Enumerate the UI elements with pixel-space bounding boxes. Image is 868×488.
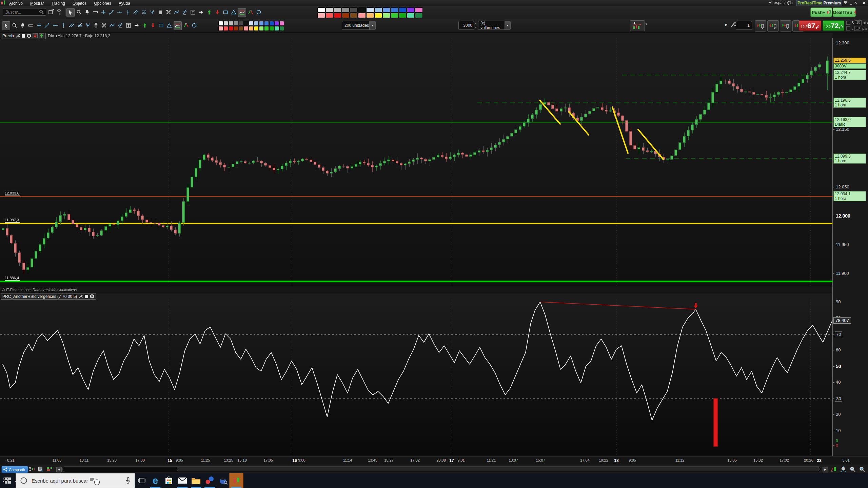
- add-indicator-button[interactable]: [630, 20, 645, 31]
- sell-arrow-icon[interactable]: [33, 33, 38, 38]
- price-axis[interactable]: 12.30012.15012.05012.00011.95011.90012.2…: [832, 38, 868, 456]
- color-swatch[interactable]: [249, 26, 254, 31]
- chevron-down-icon[interactable]: ▼: [645, 23, 648, 26]
- text-tool-icon[interactable]: [189, 8, 197, 16]
- color-swatch[interactable]: [358, 7, 366, 13]
- pitchfork-tool-icon[interactable]: [149, 8, 156, 16]
- color-swatch[interactable]: [399, 7, 407, 13]
- parallel-lines-tool-icon[interactable]: [181, 8, 189, 16]
- color-swatch[interactable]: [234, 26, 238, 31]
- color-swatch[interactable]: [279, 26, 284, 31]
- rectangle-tool-icon[interactable]: [157, 21, 165, 29]
- alert-bell-tool-icon[interactable]: [83, 8, 91, 16]
- store-icon[interactable]: [162, 473, 176, 488]
- color-swatch[interactable]: [274, 26, 279, 31]
- color-swatch[interactable]: [391, 7, 398, 13]
- rectangle-tool-icon[interactable]: [222, 8, 229, 16]
- limit-checkbox[interactable]: [846, 26, 850, 30]
- arrow-down-tool-icon[interactable]: [149, 21, 157, 29]
- color-swatch[interactable]: [229, 26, 233, 31]
- crosshair-tool-icon[interactable]: [35, 21, 43, 29]
- close-order-button[interactable]: [755, 20, 766, 32]
- color-swatch[interactable]: [218, 21, 223, 26]
- color-swatch[interactable]: [317, 7, 325, 13]
- close-icon[interactable]: [27, 34, 31, 38]
- crosshair-tool-icon[interactable]: [100, 8, 107, 16]
- positions-icon[interactable]: [46, 466, 52, 472]
- color-swatch[interactable]: [274, 21, 279, 26]
- color-swatch[interactable]: [269, 26, 274, 31]
- color-swatch[interactable]: [223, 21, 228, 26]
- time-axis[interactable]: 8:2111:0313:1115:2817:00159:0511:2513:25…: [0, 456, 868, 465]
- trader-profile-icon[interactable]: [28, 466, 35, 472]
- campus-app-icon[interactable]: [216, 473, 230, 488]
- color-swatch[interactable]: [374, 7, 382, 13]
- horizontal-scrollbar[interactable]: [62, 466, 821, 472]
- channel-tool-icon[interactable]: [132, 8, 140, 16]
- color-swatch[interactable]: [391, 13, 398, 18]
- close-icon[interactable]: [90, 294, 94, 299]
- color-swatch[interactable]: [407, 13, 415, 18]
- modify-order-button[interactable]: [767, 20, 779, 32]
- settings-tools-tool-icon[interactable]: [165, 8, 172, 16]
- color-swatch[interactable]: [382, 13, 390, 18]
- quantity-stepper[interactable]: ▲▼: [474, 21, 477, 29]
- arrow-up-tool-icon[interactable]: [141, 21, 149, 29]
- color-swatch[interactable]: [259, 21, 264, 26]
- arrow-up-tool-icon[interactable]: [205, 8, 213, 16]
- color-swatch[interactable]: [239, 21, 243, 26]
- stop-checkbox[interactable]: [846, 21, 850, 25]
- sell-price-button[interactable]: 12.267,0: [799, 20, 821, 31]
- color-swatch[interactable]: [374, 13, 382, 18]
- candle-settings-icon[interactable]: [830, 466, 836, 472]
- ellipse-tool-icon[interactable]: [191, 21, 198, 29]
- color-swatch[interactable]: [366, 13, 374, 18]
- close-window-icon[interactable]: ✕: [862, 0, 867, 5]
- pin-icon[interactable]: [843, 0, 848, 5]
- buy-price-button[interactable]: 12.272,9: [823, 20, 844, 31]
- mail-icon[interactable]: [176, 473, 189, 488]
- color-swatch[interactable]: [415, 7, 423, 13]
- color-swatch[interactable]: [415, 13, 423, 18]
- color-swatch[interactable]: [269, 21, 274, 26]
- color-swatch[interactable]: [350, 7, 358, 13]
- scroll-right-button[interactable]: ▶: [823, 467, 828, 472]
- color-swatch[interactable]: [279, 21, 284, 26]
- ruler-tool-icon[interactable]: [92, 8, 99, 16]
- divergence-tool-tool-icon[interactable]: [182, 21, 190, 29]
- color-swatch[interactable]: [399, 13, 407, 18]
- chevron-down-icon[interactable]: ▼: [505, 21, 510, 29]
- arrow-down-tool-icon[interactable]: [214, 8, 221, 16]
- horizontal-line-tool-icon[interactable]: [116, 8, 123, 16]
- workspace-tab[interactable]: Mi espacio(1): [764, 0, 793, 6]
- zoom-out-icon[interactable]: [849, 466, 855, 472]
- units-dropdown[interactable]: 200 unidades▼: [342, 21, 376, 30]
- taskbar-search-input[interactable]: Escribe aquí para buscar: [16, 473, 135, 488]
- color-swatch[interactable]: [342, 13, 350, 18]
- trading-app-icon[interactable]: [203, 473, 216, 488]
- color-swatch[interactable]: [234, 21, 238, 26]
- scrollbar-thumb[interactable]: [177, 467, 820, 471]
- window-icon[interactable]: [21, 34, 25, 38]
- minimize-icon[interactable]: _: [848, 0, 853, 5]
- vertical-line-tool-icon[interactable]: [124, 8, 132, 16]
- limit-value[interactable]: 10: [854, 26, 861, 31]
- fibonacci-tool-icon[interactable]: [140, 8, 148, 16]
- chart-canvas[interactable]: [0, 0, 868, 488]
- color-swatch[interactable]: [342, 7, 350, 13]
- order-quantity-input[interactable]: 1: [736, 21, 752, 30]
- start-button[interactable]: [0, 473, 16, 488]
- reverse-position-button[interactable]: [780, 20, 791, 32]
- microphone-icon[interactable]: [126, 477, 131, 484]
- prorealtime-taskbar-icon[interactable]: [229, 473, 243, 488]
- color-swatch[interactable]: [326, 7, 333, 13]
- expand-arrow-icon[interactable]: ▶: [725, 23, 728, 26]
- ellipse-tool-icon[interactable]: [255, 8, 262, 16]
- vertical-line-tool-icon[interactable]: [60, 21, 67, 29]
- volume-unit-dropdown[interactable]: (x) volúmenes▼: [478, 21, 511, 30]
- pitchfork-tool-icon[interactable]: [84, 21, 92, 29]
- share-button[interactable]: Compartir: [1, 466, 28, 473]
- color-swatch[interactable]: [239, 26, 243, 31]
- triangle-tool-icon[interactable]: [165, 21, 173, 29]
- dealthru-button[interactable]: DealThru: [833, 7, 856, 17]
